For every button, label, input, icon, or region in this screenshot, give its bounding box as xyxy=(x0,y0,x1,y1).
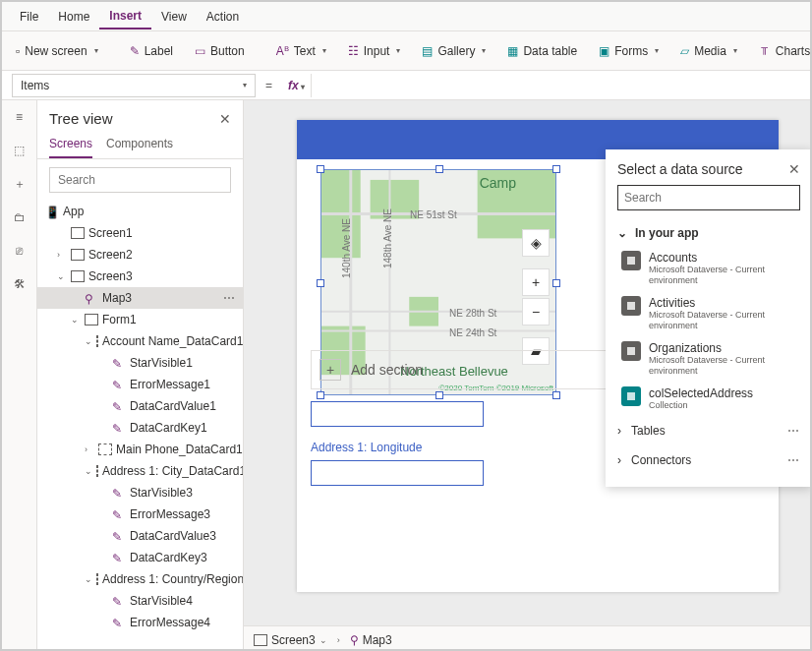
formula-input[interactable] xyxy=(311,74,810,97)
tree-row-app[interactable]: 📱 App xyxy=(37,201,243,222)
tree-row[interactable]: ✎DataCardValue1 xyxy=(37,395,243,417)
close-icon[interactable]: ✕ xyxy=(219,111,231,127)
popup-close-icon[interactable]: ✕ xyxy=(788,161,800,177)
data-icon[interactable]: 🗀 xyxy=(11,208,29,226)
tree-row[interactable]: ✎StarVisible1 xyxy=(37,352,243,374)
longitude-label: Address 1: Longitude xyxy=(311,441,422,454)
map-street-51: NE 51st St xyxy=(410,209,457,220)
tree-row[interactable]: ⌄Screen3 xyxy=(37,266,243,287)
menu-view[interactable]: View xyxy=(151,5,197,29)
tools-icon[interactable]: 🛠 xyxy=(11,275,29,293)
tree-row[interactable]: ✎ErrorMessage3 xyxy=(37,503,243,525)
forms-label: Forms xyxy=(614,44,648,58)
connectors-label: Connectors xyxy=(631,453,691,467)
button-text: Button xyxy=(210,44,245,58)
menu-action[interactable]: Action xyxy=(197,5,249,29)
tree-row[interactable]: ✎StarVisible4 xyxy=(37,590,243,612)
plus-icon: + xyxy=(319,359,341,381)
svg-rect-13 xyxy=(627,392,635,400)
charts-button[interactable]: ⫪Charts▾ xyxy=(753,40,812,62)
tab-components[interactable]: Components xyxy=(106,137,173,158)
input-button[interactable]: ☷Input▾ xyxy=(342,40,407,62)
map-ave-148: 148th Ave NE xyxy=(382,208,393,268)
media-icon: ▱ xyxy=(680,44,689,58)
field-stub-1[interactable] xyxy=(311,401,484,427)
tree-row[interactable]: ✎StarVisible3 xyxy=(37,482,243,503)
charts-label: Charts xyxy=(776,44,810,58)
media-button[interactable]: ▱Media▾ xyxy=(674,40,743,62)
datasource-item[interactable]: ActivitiesMicrosoft Dataverse - Current … xyxy=(617,291,800,336)
media-rail-icon[interactable]: ⎚ xyxy=(11,242,29,260)
gallery-button[interactable]: ▤Gallery▾ xyxy=(416,40,492,62)
label-icon: ✎ xyxy=(130,44,140,58)
tables-label: Tables xyxy=(631,424,666,438)
chevron-right-icon: › xyxy=(617,453,621,467)
popup-title: Select a data source xyxy=(617,161,743,177)
tree-row[interactable]: ›Screen2 xyxy=(37,244,243,266)
new-screen-button[interactable]: ▫ New screen▾ xyxy=(10,40,104,62)
app-icon: 📱 xyxy=(45,206,59,217)
datatable-icon: ▦ xyxy=(507,44,518,58)
property-selector[interactable]: Items ▾ xyxy=(12,74,256,97)
datasource-item[interactable]: OrganizationsMicrosoft Dataverse - Curre… xyxy=(617,336,800,382)
new-screen-label: New screen xyxy=(25,44,87,58)
tree-row[interactable]: ✎ErrorMessage4 xyxy=(37,612,243,633)
label-button[interactable]: ✎Label xyxy=(124,40,179,62)
datasource-item[interactable]: colSelectedAddressCollection xyxy=(617,382,800,416)
svg-rect-11 xyxy=(627,347,635,355)
screen-icon xyxy=(254,634,267,646)
tree-row[interactable]: ⌄Address 1: Country/Region_DataCard xyxy=(37,568,243,590)
tree-label: App xyxy=(63,205,84,218)
longitude-input[interactable] xyxy=(311,460,484,486)
tree-row[interactable]: ✎DataCardKey1 xyxy=(37,417,243,439)
more-icon[interactable]: ⋯ xyxy=(787,453,800,467)
tree-search-input[interactable] xyxy=(49,167,231,193)
menu-file[interactable]: File xyxy=(10,5,48,29)
more-icon[interactable]: ⋯ xyxy=(787,424,800,438)
menu-home[interactable]: Home xyxy=(48,5,99,29)
map-zoom-in-button[interactable]: + xyxy=(522,268,550,296)
svg-rect-7 xyxy=(627,257,635,265)
left-rail: ≡ ⬚ ＋ 🗀 ⎚ 🛠 xyxy=(2,100,37,651)
menu-insert[interactable]: Insert xyxy=(99,4,151,30)
button-button[interactable]: ▭Button xyxy=(189,40,251,62)
tree-row[interactable]: ⌄Address 1: City_DataCard1 xyxy=(37,460,243,482)
tree-row[interactable]: Screen1 xyxy=(37,222,243,244)
tree-view-title: Tree view xyxy=(49,110,112,127)
map-zoom-out-button[interactable]: − xyxy=(522,298,550,326)
tree-row[interactable]: ›Main Phone_DataCard1 xyxy=(37,439,243,460)
map-icon: ⚲ xyxy=(350,633,359,647)
connectors-expander[interactable]: ›Connectors ⋯ xyxy=(617,445,800,475)
in-your-app-section[interactable]: ⌄ In your app xyxy=(617,220,800,246)
tree-row[interactable]: ⚲Map3⋯ xyxy=(37,287,243,309)
add-section-label: Add section xyxy=(351,362,423,378)
map-street-24: NE 24th St xyxy=(449,327,496,338)
datasource-item[interactable]: AccountsMicrosoft Dataverse - Current en… xyxy=(617,246,800,291)
tab-screens[interactable]: Screens xyxy=(49,137,92,158)
datasource-icon xyxy=(621,386,641,406)
cube-icon[interactable]: ⬚ xyxy=(11,142,29,159)
map-orient-button[interactable]: ◈ xyxy=(522,229,550,257)
datatable-button[interactable]: ▦Data table xyxy=(501,40,583,62)
ribbon: ▫ New screen▾ ✎Label ▭Button AᴮText▾ ☷In… xyxy=(2,31,810,71)
breadcrumb-map[interactable]: ⚲Map3 xyxy=(350,633,392,647)
tree-panel: Tree view ✕ Screens Components 📱 App Scr… xyxy=(37,100,244,651)
tables-expander[interactable]: ›Tables ⋯ xyxy=(617,416,800,445)
datasource-icon xyxy=(621,296,641,316)
chevron-down-icon: ⌄ xyxy=(617,226,627,240)
datasource-search-input[interactable] xyxy=(617,185,800,210)
tree-row[interactable]: ⌄Account Name_DataCard1 xyxy=(37,330,243,352)
tree-row[interactable]: ✎ErrorMessage1 xyxy=(37,374,243,395)
forms-button[interactable]: ▣Forms▾ xyxy=(593,40,665,62)
tree-row[interactable]: ✎DataCardValue3 xyxy=(37,525,243,547)
breadcrumb-screen[interactable]: Screen3⌄ xyxy=(254,633,327,647)
text-button[interactable]: AᴮText▾ xyxy=(270,40,332,62)
insert-rail-icon[interactable]: ＋ xyxy=(11,175,29,193)
gallery-label: Gallery xyxy=(437,44,475,58)
tree-row[interactable]: ⌄Form1 xyxy=(37,309,243,330)
text-label: Text xyxy=(294,44,316,58)
button-icon: ▭ xyxy=(195,44,205,58)
tree-view-icon[interactable]: ≡ xyxy=(11,108,29,126)
tree-row[interactable]: ✎DataCardKey3 xyxy=(37,547,243,568)
datasource-icon xyxy=(621,341,641,361)
